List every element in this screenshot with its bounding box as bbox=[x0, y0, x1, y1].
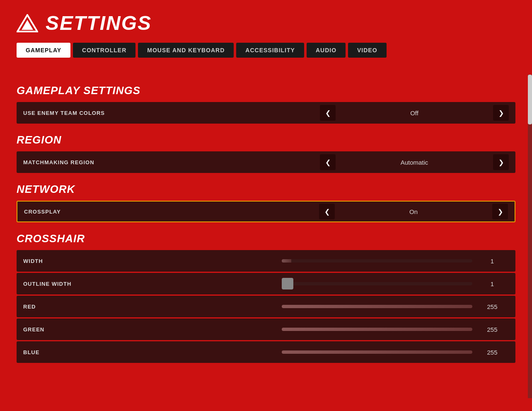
section-gameplay-settings: GAMEPLAY SETTINGS bbox=[17, 84, 515, 97]
value-green: 255 bbox=[476, 326, 509, 333]
row-matchmaking-region: MATCHMAKING REGION ❮ Automatic ❯ bbox=[17, 151, 515, 173]
region-settings-list: MATCHMAKING REGION ❮ Automatic ❯ bbox=[17, 151, 515, 173]
slider-outline-width[interactable] bbox=[282, 282, 472, 285]
prev-enemy-team-colors[interactable]: ❮ bbox=[320, 105, 336, 121]
row-outline-width: OUTLINE WIDTH 1 bbox=[17, 273, 515, 294]
next-crossplay[interactable]: ❯ bbox=[492, 204, 508, 219]
value-outline-width: 1 bbox=[476, 280, 509, 287]
tab-audio[interactable]: AUDIO bbox=[307, 43, 346, 58]
row-blue: BLUE 255 bbox=[17, 341, 515, 363]
header: SETTINGS bbox=[0, 0, 532, 43]
value-width: 1 bbox=[476, 258, 509, 265]
row-enemy-team-colors: USE ENEMY TEAM COLORS ❮ Off ❯ bbox=[17, 102, 515, 124]
label-green: GREEN bbox=[23, 326, 278, 333]
section-region: REGION bbox=[17, 134, 515, 146]
value-crossplay: On bbox=[335, 208, 492, 215]
control-green: 255 bbox=[282, 326, 509, 333]
tabs-bar: GAMEPLAY CONTROLLER MOUSE AND KEYBOARD A… bbox=[0, 43, 532, 58]
row-red: RED 255 bbox=[17, 296, 515, 317]
label-width: WIDTH bbox=[23, 258, 278, 264]
label-red: RED bbox=[23, 304, 278, 310]
control-red: 255 bbox=[282, 303, 509, 310]
value-matchmaking-region: Automatic bbox=[336, 159, 493, 166]
section-crosshair: CROSSHAIR bbox=[17, 232, 515, 245]
control-enemy-team-colors: ❮ Off ❯ bbox=[310, 105, 509, 121]
prev-crossplay[interactable]: ❮ bbox=[319, 204, 335, 219]
apex-logo bbox=[17, 14, 38, 32]
gameplay-settings-list: USE ENEMY TEAM COLORS ❮ Off ❯ bbox=[17, 102, 515, 124]
scrollbar-thumb[interactable] bbox=[528, 75, 532, 124]
row-width: WIDTH 1 bbox=[17, 250, 515, 272]
tab-accessibility[interactable]: ACCESSIBILITY bbox=[236, 43, 304, 58]
slider-green[interactable] bbox=[282, 328, 472, 331]
control-blue: 255 bbox=[282, 349, 509, 356]
control-width: 1 bbox=[282, 258, 509, 265]
slider-red[interactable] bbox=[282, 305, 472, 308]
row-crossplay: CROSSPLAY ❮ On ❯ bbox=[17, 201, 515, 222]
scrollbar-track bbox=[528, 75, 532, 398]
value-enemy-team-colors: Off bbox=[336, 109, 493, 117]
next-enemy-team-colors[interactable]: ❯ bbox=[493, 105, 509, 121]
tab-video[interactable]: VIDEO bbox=[348, 43, 387, 58]
label-outline-width: OUTLINE WIDTH bbox=[23, 281, 278, 287]
tab-gameplay[interactable]: GAMEPLAY bbox=[17, 43, 70, 58]
slider-blue[interactable] bbox=[282, 350, 472, 354]
value-blue: 255 bbox=[476, 349, 509, 356]
label-crossplay: CROSSPLAY bbox=[24, 209, 309, 215]
row-green: GREEN 255 bbox=[17, 319, 515, 340]
tab-mouse-keyboard[interactable]: MOUSE AND KEYBOARD bbox=[138, 43, 234, 58]
label-blue: BLUE bbox=[23, 349, 278, 355]
next-matchmaking-region[interactable]: ❯ bbox=[493, 154, 509, 170]
value-red: 255 bbox=[476, 303, 509, 310]
page-title: SETTINGS bbox=[46, 12, 152, 34]
tab-controller[interactable]: CONTROLLER bbox=[73, 43, 135, 58]
slider-width[interactable] bbox=[282, 259, 472, 263]
label-enemy-team-colors: USE ENEMY TEAM COLORS bbox=[23, 110, 310, 116]
control-matchmaking-region: ❮ Automatic ❯ bbox=[310, 154, 509, 170]
prev-matchmaking-region[interactable]: ❮ bbox=[320, 154, 336, 170]
label-matchmaking-region: MATCHMAKING REGION bbox=[23, 159, 310, 165]
crosshair-settings-list: WIDTH 1 OUTLINE WIDTH 1 RED 255 bbox=[17, 250, 515, 363]
network-settings-list: CROSSPLAY ❮ On ❯ bbox=[17, 201, 515, 222]
control-crossplay: ❮ On ❯ bbox=[309, 204, 508, 219]
section-network: NETWORK bbox=[17, 183, 515, 196]
content-area: GAMEPLAY SETTINGS USE ENEMY TEAM COLORS … bbox=[0, 70, 532, 406]
control-outline-width: 1 bbox=[282, 280, 509, 287]
